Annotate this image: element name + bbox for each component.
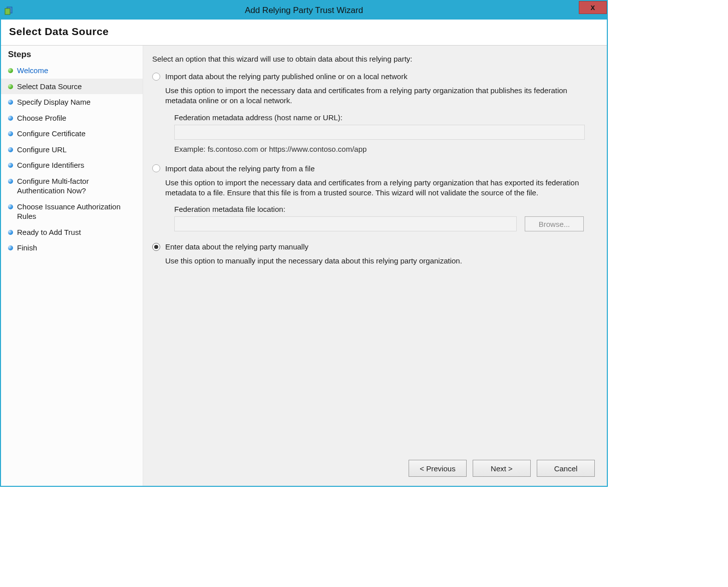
option-import-online: Import data about the relying party publ… xyxy=(152,72,595,153)
blue-bullet-icon xyxy=(8,230,13,235)
blue-bullet-icon xyxy=(8,245,13,250)
app-icon xyxy=(4,6,13,15)
blue-bullet-icon xyxy=(8,131,13,136)
window-title: Add Relying Party Trust Wizard xyxy=(1,6,607,16)
main-panel: Select an option that this wizard will u… xyxy=(143,46,607,486)
step-label: Select Data Source xyxy=(17,82,136,92)
option-manual-label[interactable]: Enter data about the relying party manua… xyxy=(165,242,308,251)
svg-rect-1 xyxy=(5,9,10,15)
titlebar[interactable]: Add Relying Party Trust Wizard x xyxy=(1,1,607,20)
step-label: Configure Certificate xyxy=(17,129,136,139)
step-label: Configure URL xyxy=(17,145,136,155)
browse-button: Browse... xyxy=(525,216,584,231)
step-label: Configure Multi-factor Authentication No… xyxy=(17,176,136,196)
metadata-address-input xyxy=(174,125,585,140)
metadata-address-example: Example: fs.contoso.com or https://www.c… xyxy=(174,145,595,153)
step-item: Finish xyxy=(1,240,143,256)
blue-bullet-icon xyxy=(8,147,13,152)
step-item: Specify Display Name xyxy=(1,94,143,110)
step-item: Configure Multi-factor Authentication No… xyxy=(1,173,143,199)
wizard-window: Add Relying Party Trust Wizard x Select … xyxy=(0,0,608,487)
step-label: Ready to Add Trust xyxy=(17,227,136,237)
previous-button[interactable]: < Previous xyxy=(409,460,467,477)
radio-import-file[interactable] xyxy=(152,164,160,172)
option-import-file-label[interactable]: Import data about the relying party from… xyxy=(165,164,314,173)
option-import-file-desc: Use this option to import the necessary … xyxy=(165,178,595,198)
step-label: Configure Identifiers xyxy=(17,160,136,170)
green-bullet-icon xyxy=(8,84,13,89)
steps-heading: Steps xyxy=(1,50,143,63)
step-item[interactable]: Welcome xyxy=(1,63,143,79)
blue-bullet-icon xyxy=(8,116,13,121)
step-item: Choose Profile xyxy=(1,110,143,126)
metadata-file-label: Federation metadata file location: xyxy=(174,205,595,213)
step-label: Welcome xyxy=(17,66,136,76)
blue-bullet-icon xyxy=(8,163,13,168)
step-label: Finish xyxy=(17,243,136,253)
blue-bullet-icon xyxy=(8,179,13,184)
option-import-file: Import data about the relying party from… xyxy=(152,164,595,232)
close-button[interactable]: x xyxy=(579,1,607,14)
page-title: Select Data Source xyxy=(9,26,599,38)
step-item: Ready to Add Trust xyxy=(1,224,143,240)
step-label: Specify Display Name xyxy=(17,97,136,107)
metadata-address-label: Federation metadata address (host name o… xyxy=(174,113,595,122)
green-bullet-icon xyxy=(8,68,13,73)
step-item: Configure Certificate xyxy=(1,126,143,142)
option-import-online-desc: Use this option to import the necessary … xyxy=(165,86,595,106)
wizard-body: Steps WelcomeSelect Data SourceSpecify D… xyxy=(1,46,607,486)
step-item: Configure URL xyxy=(1,142,143,158)
step-item: Choose Issuance Authorization Rules xyxy=(1,199,143,224)
step-label: Choose Profile xyxy=(17,113,136,123)
wizard-button-row: < Previous Next > Cancel xyxy=(409,460,595,477)
step-label: Choose Issuance Authorization Rules xyxy=(17,202,136,221)
instruction-text: Select an option that this wizard will u… xyxy=(152,55,595,63)
next-button[interactable]: Next > xyxy=(473,460,531,477)
option-manual: Enter data about the relying party manua… xyxy=(152,242,595,266)
blue-bullet-icon xyxy=(8,204,13,209)
step-item: Select Data Source xyxy=(1,79,143,95)
close-icon: x xyxy=(591,3,595,12)
option-manual-desc: Use this option to manually input the ne… xyxy=(165,256,595,266)
option-import-online-label[interactable]: Import data about the relying party publ… xyxy=(165,72,408,81)
cancel-button[interactable]: Cancel xyxy=(537,460,595,477)
page-banner: Select Data Source xyxy=(1,20,607,46)
radio-manual[interactable] xyxy=(152,243,160,251)
steps-sidebar: Steps WelcomeSelect Data SourceSpecify D… xyxy=(1,46,143,486)
metadata-file-input xyxy=(174,216,517,231)
step-item: Configure Identifiers xyxy=(1,157,143,173)
blue-bullet-icon xyxy=(8,100,13,105)
radio-import-online[interactable] xyxy=(152,73,160,81)
